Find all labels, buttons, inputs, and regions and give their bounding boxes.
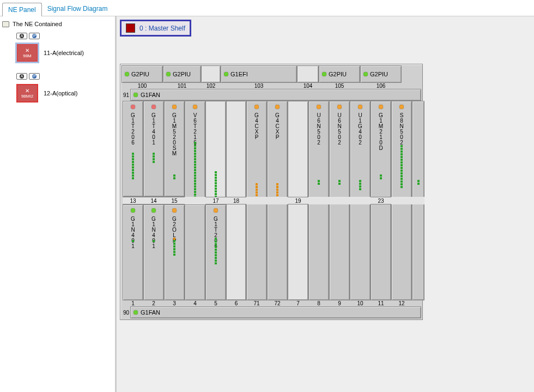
port-indicators	[173, 174, 175, 180]
port-indicators	[173, 238, 175, 240]
top-module[interactable]: G2PIU	[319, 65, 360, 83]
card-label: U6N502	[316, 112, 322, 145]
status-led-icon	[134, 310, 138, 315]
status-led-icon	[214, 208, 218, 213]
slot-number: 23	[371, 197, 391, 204]
top-module[interactable]: G2PIU	[163, 65, 201, 83]
card-slot[interactable]: G1N401	[123, 204, 143, 300]
main-panel: 0 : Master Shelf G2PIUG2PIUG1EFIG2PIUG2P…	[117, 16, 534, 392]
slot-number: 104	[297, 83, 319, 89]
rack-view: G2PIUG2PIUG1EFIG2PIUG2PIU 10010110210310…	[120, 64, 423, 320]
slot-number: 17	[205, 197, 226, 204]
tree-root[interactable]: The NE Contained	[0, 20, 117, 28]
top-module[interactable]: G2PIU	[122, 65, 163, 83]
status-led-icon	[193, 105, 197, 109]
status-led-icon	[131, 208, 135, 213]
status-led-icon	[134, 93, 138, 97]
status-led-icon	[172, 208, 177, 213]
fan-label: G1FAN	[141, 309, 160, 316]
port-indicators	[215, 238, 217, 265]
card-label: G1T401	[151, 112, 157, 145]
tree-item-11a[interactable]: ✕98M 11-A(electrical)	[16, 39, 117, 62]
fan-label: G1FAN	[141, 92, 160, 98]
status-led-icon	[317, 105, 321, 109]
slot-number: 12	[391, 300, 412, 306]
tree-item-12a[interactable]: ✕98MI2 12-A(optical)	[16, 80, 117, 102]
card-label: S8N502	[399, 112, 405, 145]
top-module	[201, 65, 221, 83]
fan-module[interactable]: G1FAN	[130, 306, 421, 318]
port-indicators	[359, 180, 361, 191]
module-label: G2PIU	[329, 71, 347, 77]
tab-row: NE Panel Signal Flow Diagram	[0, 0, 534, 16]
slot-number	[350, 197, 371, 204]
slot-number	[246, 197, 267, 204]
slot-number: 19	[288, 197, 308, 204]
slot-number: 15	[164, 197, 185, 204]
slot-number: 5	[205, 300, 226, 306]
slot-number	[329, 197, 350, 204]
shelf-led-icon	[126, 23, 135, 33]
slot-number: 71	[246, 300, 267, 306]
tab-signal-flow[interactable]: Signal Flow Diagram	[42, 2, 113, 16]
slot-number: 6	[226, 300, 246, 306]
card-label: G1N401	[130, 216, 136, 249]
slot-number: 8	[308, 300, 329, 306]
slot-number: 4	[185, 300, 205, 306]
card-slot[interactable]: G1N401	[143, 204, 164, 300]
ne-chip-icon: ✕98M	[16, 44, 38, 62]
slot-number: 11	[371, 300, 391, 306]
port-indicators	[153, 153, 155, 164]
slot-number	[308, 197, 329, 204]
slot-number: 101	[163, 83, 201, 89]
status-led-icon	[399, 105, 404, 109]
tree-item-label: 11-A(electrical)	[44, 50, 84, 56]
slot-number	[391, 197, 412, 204]
shelf-selector[interactable]: 0 : Master Shelf	[120, 20, 191, 37]
status-led-icon	[224, 72, 228, 76]
module-label: G2PIU	[131, 71, 149, 77]
card-slot[interactable]: G2OLP	[164, 204, 185, 300]
status-led-icon	[254, 105, 259, 109]
slot-number: 91	[122, 92, 130, 98]
tree-item-label: 12-A(optical)	[44, 90, 77, 97]
slot-number: 103	[221, 83, 297, 89]
node-badges: A IP	[16, 73, 117, 80]
port-indicators	[417, 180, 420, 185]
status-led-icon	[151, 208, 156, 213]
slot-number: 100	[122, 83, 163, 89]
card-slot[interactable]: G1T401	[143, 101, 164, 197]
card-label: G4CXP	[275, 112, 281, 140]
card-label: G1M210D	[378, 112, 384, 150]
port-indicators	[173, 240, 175, 256]
slot-number: 13	[123, 197, 143, 204]
top-module[interactable]: G1EFI	[221, 65, 297, 83]
card-slot[interactable]	[185, 204, 205, 300]
card-slot[interactable]: G1T206	[205, 204, 226, 300]
card-label: U6N502	[337, 112, 343, 145]
tab-ne-panel[interactable]: NE Panel	[2, 3, 42, 16]
slot-number: 105	[319, 83, 360, 89]
card-label: G1N401	[151, 216, 157, 249]
status-led-icon	[358, 105, 362, 109]
status-led-icon	[363, 72, 368, 76]
port-indicators	[318, 180, 320, 185]
card-slot[interactable]: G1T206	[123, 101, 143, 197]
card-label: V6T216	[192, 112, 198, 145]
port-indicators	[338, 180, 341, 185]
shelf-label: 0 : Master Shelf	[139, 25, 185, 32]
ne-chip-icon: ✕98MI2	[16, 84, 38, 102]
top-module[interactable]: G2PIU	[360, 65, 402, 83]
slot-number: 106	[360, 83, 402, 89]
fan-module[interactable]: G1FAN	[130, 89, 421, 101]
tree-panel: The NE Contained A IP ✕98M 11-A(electric…	[0, 16, 117, 392]
status-led-icon	[131, 105, 135, 109]
status-led-icon	[172, 105, 177, 109]
status-led-icon	[337, 105, 342, 109]
slot-number: 18	[226, 197, 246, 204]
status-led-icon	[125, 72, 129, 76]
card-slot[interactable]: G1M520SM	[164, 101, 185, 197]
slot-number: 7	[288, 300, 308, 306]
slot-number: 3	[164, 300, 185, 306]
status-led-icon	[322, 72, 326, 76]
